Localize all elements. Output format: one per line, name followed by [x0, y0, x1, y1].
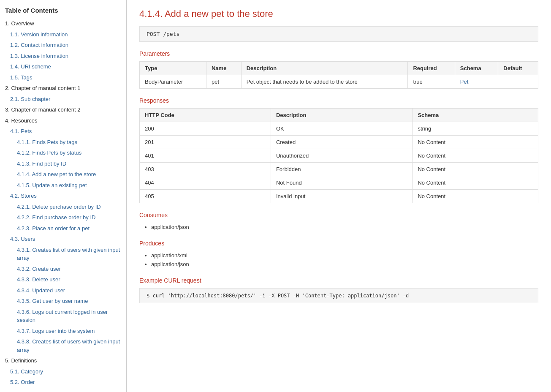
toc-item-4.1.2[interactable]: 4.1.2. Finds Pets by status	[0, 147, 126, 158]
consumes-section-title: Consumes	[139, 212, 538, 218]
table-row: 201CreatedNo Content	[140, 136, 538, 149]
curl-section-title: Example CURL request	[139, 277, 538, 284]
responses-table: HTTP CodeDescriptionSchema 200OKstring20…	[139, 108, 538, 203]
toc-item-4.1.3[interactable]: 4.1.3. Find pet by ID	[0, 158, 126, 169]
param-header: Schema	[455, 62, 498, 75]
table-row: 405Invalid inputNo Content	[140, 190, 538, 203]
toc-item-4.2.3[interactable]: 4.2.3. Place an order for a pet	[0, 223, 126, 234]
param-header: Description	[241, 62, 408, 75]
resp-header: HTTP Code	[140, 109, 271, 122]
toc-item-5[interactable]: 5. Definitions	[0, 355, 126, 366]
resp-header: Description	[271, 109, 412, 122]
page-title: 4.1.4. Add a new pet to the store	[139, 8, 538, 19]
toc-item-4.1[interactable]: 4.1. Pets	[0, 126, 126, 137]
endpoint-code: POST /pets	[139, 26, 538, 42]
responses-section-title: Responses	[139, 97, 538, 104]
main-content: 4.1.4. Add a new pet to the store POST /…	[127, 0, 551, 392]
toc-item-2[interactable]: 2. Chapter of manual content 1	[0, 83, 126, 94]
schema-link[interactable]: Pet	[460, 79, 469, 85]
param-header: Required	[408, 62, 455, 75]
param-header: Default	[498, 62, 538, 75]
table-row: 401UnauthorizedNo Content	[140, 149, 538, 163]
parameters-section-title: Parameters	[139, 50, 538, 57]
toc-item-1[interactable]: 1. Overview	[0, 18, 126, 29]
toc-item-4.3.3[interactable]: 4.3.3. Delete user	[0, 274, 126, 285]
toc-item-4.2[interactable]: 4.2. Stores	[0, 191, 126, 201]
table-row: 404Not FoundNo Content	[140, 176, 538, 190]
toc-item-4.3.6[interactable]: 4.3.6. Logs out current logged in user s…	[0, 307, 126, 326]
parameters-table: TypeNameDescriptionRequiredSchemaDefault…	[139, 61, 538, 89]
list-item: application/xml	[151, 251, 538, 260]
toc-item-4.1.4[interactable]: 4.1.4. Add a new pet to the store	[0, 169, 126, 180]
toc-item-4[interactable]: 4. Resources	[0, 115, 126, 126]
toc-item-5.1[interactable]: 5.1. Category	[0, 366, 126, 377]
responses-table-header: HTTP CodeDescriptionSchema	[140, 109, 538, 122]
toc-item-3[interactable]: 3. Chapter of manual content 2	[0, 104, 126, 115]
toc-item-5.2[interactable]: 5.2. Order	[0, 377, 126, 388]
toc-item-4.3.2[interactable]: 4.3.2. Create user	[0, 264, 126, 275]
table-row: BodyParameterpetPet object that needs to…	[140, 75, 538, 89]
param-header: Type	[140, 62, 206, 75]
toc-item-4.1.1[interactable]: 4.1.1. Finds Pets by tags	[0, 137, 126, 148]
parameters-table-header: TypeNameDescriptionRequiredSchemaDefault	[140, 62, 538, 75]
toc-item-1.1[interactable]: 1.1. Version information	[0, 29, 126, 40]
toc-item-4.2.2[interactable]: 4.2.2. Find purchase order by ID	[0, 212, 126, 223]
parameters-table-body: BodyParameterpetPet object that needs to…	[140, 75, 538, 89]
toc-item-4.3.1[interactable]: 4.3.1. Creates list of users with given …	[0, 245, 126, 264]
toc-list: 1. Overview1.1. Version information1.2. …	[0, 18, 126, 388]
param-header: Name	[206, 62, 241, 75]
curl-command: $ curl 'http://localhost:8080/pets/' -i …	[139, 288, 538, 303]
table-row: 403ForbiddenNo Content	[140, 163, 538, 176]
toc-item-4.3.8[interactable]: 4.3.8. Creates list of users with given …	[0, 336, 126, 355]
produces-section-title: Produces	[139, 240, 538, 247]
table-row: 200OKstring	[140, 122, 538, 136]
toc-item-4.3.4[interactable]: 4.3.4. Updated user	[0, 285, 126, 296]
toc-item-1.3[interactable]: 1.3. License information	[0, 51, 126, 62]
resp-header: Schema	[413, 109, 538, 122]
toc-item-4.3[interactable]: 4.3. Users	[0, 234, 126, 245]
toc-title: Table of Contents	[0, 4, 126, 18]
list-item: application/json	[151, 260, 538, 269]
toc-item-1.5[interactable]: 1.5. Tags	[0, 72, 126, 83]
responses-table-body: 200OKstring201CreatedNo Content401Unauth…	[140, 122, 538, 203]
sidebar: Table of Contents 1. Overview1.1. Versio…	[0, 0, 127, 392]
toc-item-1.2[interactable]: 1.2. Contact information	[0, 40, 126, 51]
toc-item-4.2.1[interactable]: 4.2.1. Delete purchase order by ID	[0, 201, 126, 212]
toc-item-4.1.5[interactable]: 4.1.5. Update an existing pet	[0, 180, 126, 191]
produces-list: application/xmlapplication/json	[139, 251, 538, 269]
toc-item-1.4[interactable]: 1.4. URI scheme	[0, 61, 126, 72]
consumes-list: application/json	[139, 223, 538, 231]
toc-item-4.3.5[interactable]: 4.3.5. Get user by user name	[0, 296, 126, 307]
toc-item-2.1[interactable]: 2.1. Sub chapter	[0, 94, 126, 105]
list-item: application/json	[151, 223, 538, 231]
toc-item-4.3.7[interactable]: 4.3.7. Logs user into the system	[0, 326, 126, 337]
